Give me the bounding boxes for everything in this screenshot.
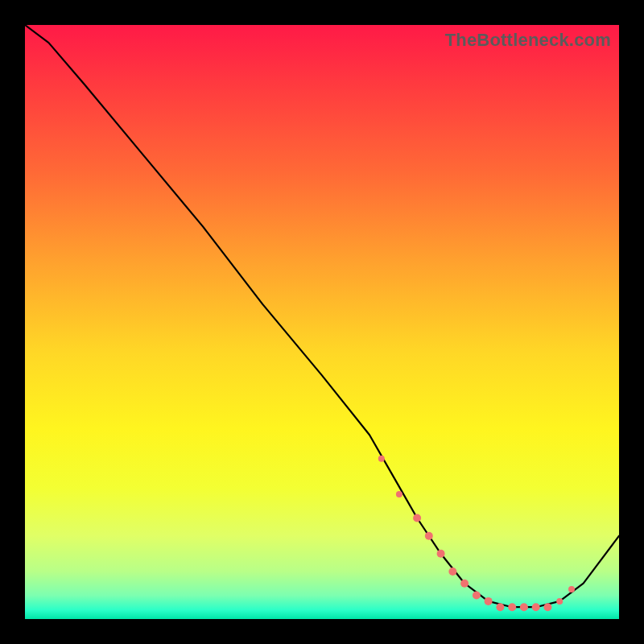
data-marker xyxy=(437,550,445,558)
data-marker xyxy=(413,514,421,522)
data-marker xyxy=(543,603,551,611)
data-marker xyxy=(485,597,493,605)
data-marker xyxy=(496,603,504,611)
data-marker xyxy=(520,603,528,611)
chart-svg xyxy=(25,25,619,619)
data-marker xyxy=(425,532,433,540)
chart-stage: TheBottleneck.com xyxy=(0,0,644,644)
data-marker xyxy=(532,603,540,611)
data-marker xyxy=(460,580,469,588)
data-marker xyxy=(396,491,402,497)
data-marker xyxy=(556,598,563,605)
data-marker xyxy=(568,586,575,592)
plot-area: TheBottleneck.com xyxy=(25,25,619,619)
data-marker xyxy=(508,603,516,611)
data-marker xyxy=(378,456,385,462)
bottleneck-curve xyxy=(25,25,619,607)
data-marker xyxy=(473,592,481,600)
data-marker xyxy=(448,568,456,576)
